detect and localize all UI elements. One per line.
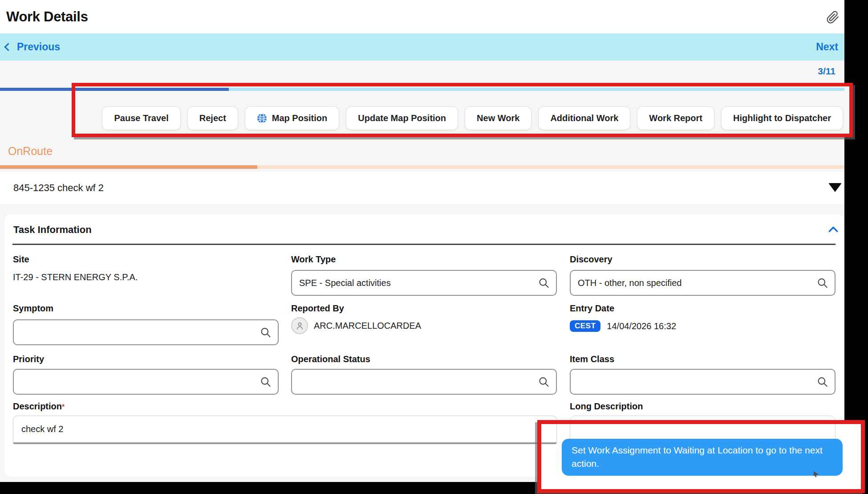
site-value: IT-29 - STERN ENERGY S.P.A. — [13, 272, 138, 282]
task-information-card: Task Information Site Work Type Discover… — [4, 214, 844, 477]
timezone-badge: CEST — [570, 320, 600, 332]
symptom-input[interactable] — [13, 319, 279, 345]
annotation-mask — [844, 86, 851, 134]
entry-date-value: 14/04/2026 16:32 — [607, 321, 676, 331]
highlight-to-dispatcher-button[interactable]: Highlight to Dispatcher — [721, 106, 843, 130]
search-icon[interactable] — [260, 376, 272, 388]
description-value: check wf 2 — [21, 424, 63, 434]
reported-by-value: ARC.MARCELLOCARDEA — [314, 321, 421, 331]
work-type-input[interactable]: SPE - Special activities — [291, 270, 557, 296]
entry-date-field: CEST 14/04/2026 16:32 — [570, 320, 676, 332]
collapse-chevron-up-icon[interactable] — [828, 226, 839, 237]
header: Work Details — [0, 0, 844, 33]
paperclip-icon — [826, 11, 840, 24]
work-item-title: 845-1235 check wf 2 — [13, 182, 104, 194]
work-details-screen: Work Details Previous Next 3/11 Pause Tr… — [0, 0, 844, 482]
search-icon[interactable] — [538, 376, 550, 388]
priority-label: Priority — [13, 354, 44, 364]
button-label: Reject — [199, 113, 226, 123]
search-icon[interactable] — [260, 327, 272, 339]
chevron-right-icon — [843, 43, 844, 51]
operational-status-input[interactable] — [291, 369, 557, 395]
discovery-value: OTH - other, non specified — [578, 278, 681, 288]
work-item-row[interactable]: 845-1235 check wf 2 — [0, 171, 844, 204]
pagination-progress-bar — [0, 88, 844, 91]
page-title: Work Details — [6, 9, 88, 25]
pagination-progress-fill — [0, 88, 229, 91]
button-label: Work Report — [649, 113, 702, 123]
search-icon[interactable] — [816, 376, 828, 388]
reject-button[interactable]: Reject — [187, 106, 238, 130]
item-class-label: Item Class — [570, 354, 614, 364]
person-icon — [295, 321, 304, 331]
work-report-button[interactable]: Work Report — [637, 106, 714, 130]
item-class-input[interactable] — [570, 369, 836, 395]
button-label: Highlight to Dispatcher — [733, 113, 831, 123]
discovery-input[interactable]: OTH - other, non specified — [570, 270, 836, 296]
pause-travel-button[interactable]: Pause Travel — [102, 106, 180, 130]
required-marker: * — [62, 403, 65, 411]
next-button[interactable]: Next — [816, 33, 844, 61]
section-title: Task Information — [13, 224, 92, 236]
chevron-left-icon — [4, 43, 12, 51]
caret-down-icon[interactable] — [828, 183, 842, 192]
description-input[interactable]: check wf 2 — [13, 416, 557, 444]
status-progress-bar — [0, 165, 844, 169]
status-progress-fill — [0, 165, 257, 169]
button-label: Pause Travel — [114, 113, 168, 123]
reported-by-label: Reported By — [291, 303, 344, 313]
search-icon[interactable] — [538, 277, 550, 289]
button-label: Additional Work — [550, 113, 618, 123]
search-icon[interactable] — [816, 277, 828, 289]
work-type-label: Work Type — [291, 254, 336, 264]
status-tab-onroute[interactable]: OnRoute — [8, 145, 53, 158]
button-label: Update Map Position — [358, 113, 446, 123]
site-label: Site — [13, 254, 29, 264]
priority-input[interactable] — [13, 369, 279, 395]
long-description-label: Long Description — [570, 401, 643, 411]
attachments-button[interactable] — [826, 11, 840, 24]
description-label: Description — [13, 401, 62, 411]
discovery-label: Discovery — [570, 254, 612, 264]
button-label: New Work — [477, 113, 519, 123]
update-map-position-button[interactable]: Update Map Position — [346, 106, 458, 130]
record-nav-bar: Previous Next — [0, 33, 844, 61]
record-position-counter: 3/11 — [818, 66, 836, 77]
section-divider — [12, 244, 836, 245]
operational-status-label: Operational Status — [291, 354, 370, 364]
action-button-row: Pause Travel Reject Map Position Update … — [102, 106, 843, 130]
next-label: Next — [816, 41, 838, 53]
annotation-mask — [541, 475, 862, 490]
symptom-label: Symptom — [13, 303, 53, 313]
entry-date-label: Entry Date — [570, 303, 614, 313]
reported-by-field: ARC.MARCELLOCARDEA — [291, 317, 421, 334]
previous-button[interactable]: Previous — [5, 33, 60, 61]
map-position-button[interactable]: Map Position — [245, 106, 339, 130]
new-work-button[interactable]: New Work — [465, 106, 531, 130]
additional-work-button[interactable]: Additional Work — [538, 106, 630, 130]
globe-icon — [257, 113, 267, 123]
work-type-value: SPE - Special activities — [299, 278, 391, 288]
previous-label: Previous — [17, 41, 60, 53]
button-label: Map Position — [272, 113, 327, 123]
guidance-tooltip: Set Work Assignment to Waiting at Locati… — [562, 439, 843, 476]
avatar — [291, 317, 308, 334]
